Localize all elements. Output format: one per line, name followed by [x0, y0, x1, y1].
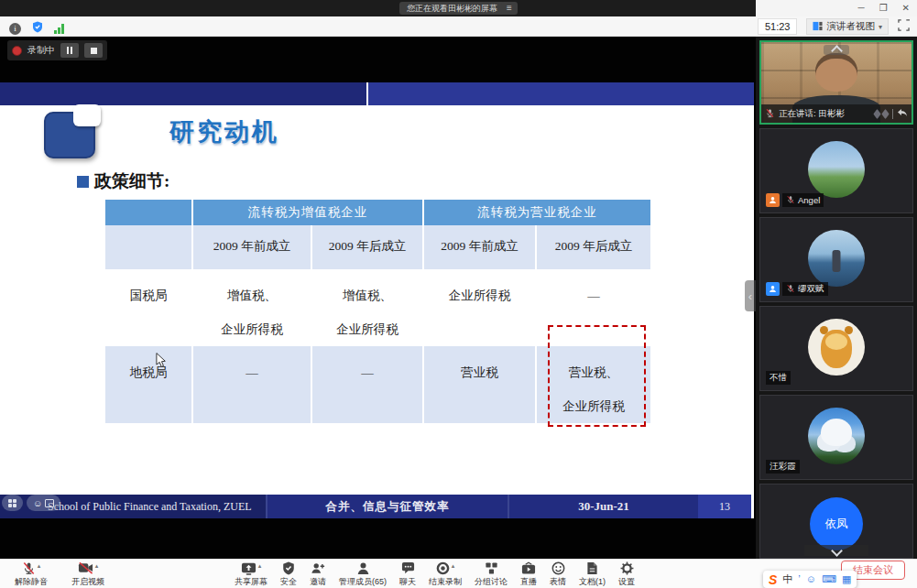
view-mode-selector[interactable]: 演讲者视图 ▾: [806, 18, 889, 35]
watching-banner: 您正在观看田彬彬的屏幕: [399, 2, 505, 15]
live-stream-button[interactable]: 直播: [520, 561, 537, 586]
slide-footer: School of Public Finance and Taxation, Z…: [0, 495, 751, 518]
role-badge-icon: [766, 282, 780, 296]
chevron-up-icon[interactable]: ▴: [258, 561, 262, 570]
minimize-button[interactable]: ─: [858, 0, 865, 16]
row-label: 国税局: [105, 269, 192, 346]
docs-button[interactable]: 文档(1): [579, 561, 606, 586]
pause-recording-button[interactable]: [60, 43, 79, 58]
record-ring-icon: [436, 561, 450, 577]
banner-menu-icon[interactable]: ≡: [501, 2, 518, 15]
meeting-info-icon[interactable]: i: [9, 23, 21, 35]
chevron-up-icon[interactable]: ▴: [452, 561, 455, 570]
table-header-empty: [105, 225, 192, 269]
start-video-button[interactable]: ▴ 开启视频: [71, 561, 104, 586]
speaking-label: 正在讲话: 田彬彬: [779, 108, 845, 120]
ime-keyboard-icon[interactable]: ⌨: [822, 571, 836, 588]
chevron-up-icon[interactable]: ▴: [95, 561, 99, 570]
participant-name: 缪双赋: [798, 283, 824, 295]
shared-screen-stage: 录制中 研究动机 政策细节: 流转税为增值税企业 流转税为营业税企业: [0, 37, 756, 559]
breakout-rooms-button[interactable]: 分组讨论: [475, 561, 508, 586]
grid-icon: [8, 499, 16, 507]
meeting-toolbar: ▴ 解除静音 ▴ 开启视频 ▴: [0, 559, 917, 588]
person-icon: [356, 561, 370, 577]
participant-tile[interactable]: 缪双赋: [759, 217, 913, 302]
table-cell: 营业税: [423, 346, 536, 423]
table-header-col4: 2009 年后成立: [536, 225, 650, 269]
security-button[interactable]: 安全: [280, 561, 297, 586]
presentation-slide: 研究动机 政策细节: 流转税为增值税企业 流转税为营业税企业 2009 年前成立…: [0, 82, 754, 518]
meeting-window: 您正在观看田彬彬的屏幕 ≡ ─ ❐ ✕ i 51:23 演讲者视图: [0, 0, 917, 588]
stop-recording-button[interactable]: [84, 43, 103, 58]
collapse-video-chevron[interactable]: [824, 45, 849, 55]
table-header-col2: 2009 年后成立: [311, 225, 423, 269]
footer-title: 合并、信息与征管效率: [267, 495, 508, 518]
invite-button[interactable]: 邀请: [310, 561, 326, 586]
scroll-down-chevron[interactable]: [804, 545, 868, 556]
slide-decoration-white-square: [73, 104, 101, 126]
bullet-square-icon: [77, 176, 89, 188]
smiley-icon: ☺: [33, 498, 42, 508]
speaker-video-tile[interactable]: 正在讲话: 田彬彬: [759, 40, 913, 125]
table-cell: 增值税、 企业所得税: [192, 269, 311, 346]
chat-button[interactable]: 聊天: [399, 561, 416, 586]
slideshow-annotate-pill: ☺: [27, 495, 60, 511]
video-panel: ‹ 正在讲话: 田彬彬: [756, 37, 917, 559]
speaker-face: [815, 53, 857, 92]
speaker-overlay-bar: 正在讲话: 田彬彬: [761, 104, 912, 123]
table-cell: —: [192, 346, 311, 423]
participant-tile[interactable]: 不惜: [759, 306, 913, 391]
chat-bubble-icon: [401, 561, 415, 577]
person-add-icon: [311, 561, 325, 577]
share-screen-button[interactable]: ▴ 共享屏幕: [235, 561, 267, 586]
ime-mode-chinese[interactable]: 中: [782, 572, 792, 586]
unmute-button[interactable]: ▴ 解除静音: [15, 561, 48, 586]
document-icon: [586, 561, 598, 577]
security-shield-icon[interactable]: [32, 20, 43, 37]
slide-heading: 政策细节:: [77, 169, 169, 193]
table-header-col3: 2009 年前成立: [423, 225, 536, 269]
slide-title: 研究动机: [169, 115, 279, 148]
footer-date: 30-Jun-21: [509, 495, 698, 518]
slideshow-controls: ☺: [2, 495, 60, 511]
slide-band-right: [368, 82, 754, 105]
title-bar: 您正在观看田彬彬的屏幕 ≡ ─ ❐ ✕: [0, 0, 917, 16]
chevron-up-icon[interactable]: ▴: [38, 561, 41, 570]
ime-toolbox-icon[interactable]: ▦: [842, 571, 851, 588]
maximize-button[interactable]: ❐: [879, 0, 888, 16]
participant-tile[interactable]: 汪彩霞: [759, 395, 913, 480]
participant-name: 汪彩霞: [770, 461, 796, 473]
sogou-logo-icon[interactable]: S: [769, 572, 777, 587]
ime-emoji-icon[interactable]: ☺: [806, 571, 816, 588]
view-mode-label: 演讲者视图: [826, 20, 875, 33]
manage-members-button[interactable]: 管理成员(65): [339, 561, 387, 586]
table-cell: —: [311, 346, 423, 423]
mic-muted-icon: [22, 561, 36, 577]
avatar: [808, 230, 865, 287]
panel-collapse-handle[interactable]: ‹: [745, 280, 756, 311]
camera-off-icon: [78, 561, 93, 576]
participant-tile[interactable]: Angel: [759, 128, 913, 213]
panel-icon: [45, 499, 54, 507]
participant-tile[interactable]: 依凤: [759, 484, 913, 559]
blocks-icon: [485, 561, 498, 577]
table-group-header-bt: 流转税为营业税企业: [423, 200, 650, 225]
watermark-logo-icon: [874, 111, 889, 117]
reply-arrow-icon[interactable]: [897, 108, 908, 119]
ime-toolbar: S 中 ’ ☺ ⌨ ▦: [763, 571, 857, 588]
avatar-initials: 依凤: [810, 497, 863, 550]
emoji-button[interactable]: 表情: [550, 561, 566, 586]
close-button[interactable]: ✕: [902, 0, 910, 16]
recording-dot-icon: [12, 46, 22, 56]
row-label: 地税局: [105, 346, 192, 423]
avatar: [808, 141, 865, 198]
highlight-dashed-box: [548, 325, 646, 427]
recording-indicator: 录制中: [7, 40, 107, 60]
fullscreen-icon[interactable]: [898, 18, 910, 35]
slide-heading-text: 政策细节:: [94, 169, 169, 193]
chevron-down-icon: ▾: [879, 23, 882, 31]
settings-button[interactable]: 设置: [618, 561, 635, 586]
ime-punct-icon[interactable]: ’: [798, 571, 800, 588]
shield-icon: [282, 561, 295, 577]
stop-record-button[interactable]: ▴ 结束录制: [429, 561, 462, 586]
